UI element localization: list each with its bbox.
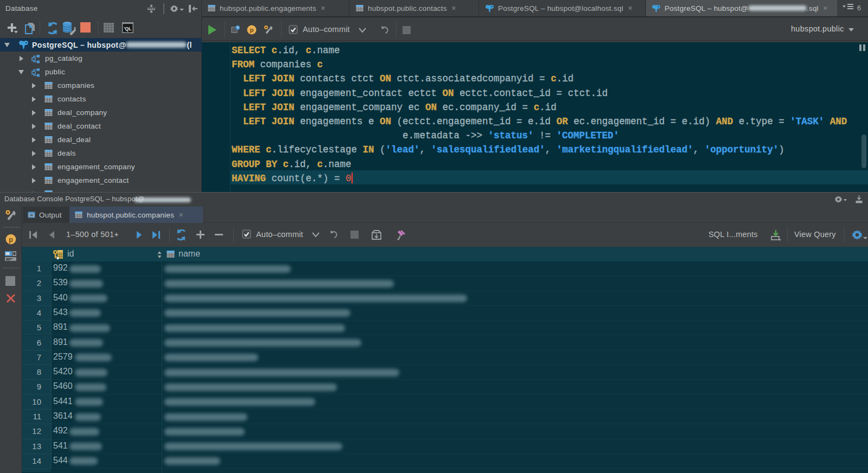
svg-text:'QL: 'QL [124, 26, 132, 31]
svg-text:p: p [9, 236, 13, 244]
svg-text:p: p [250, 27, 253, 33]
